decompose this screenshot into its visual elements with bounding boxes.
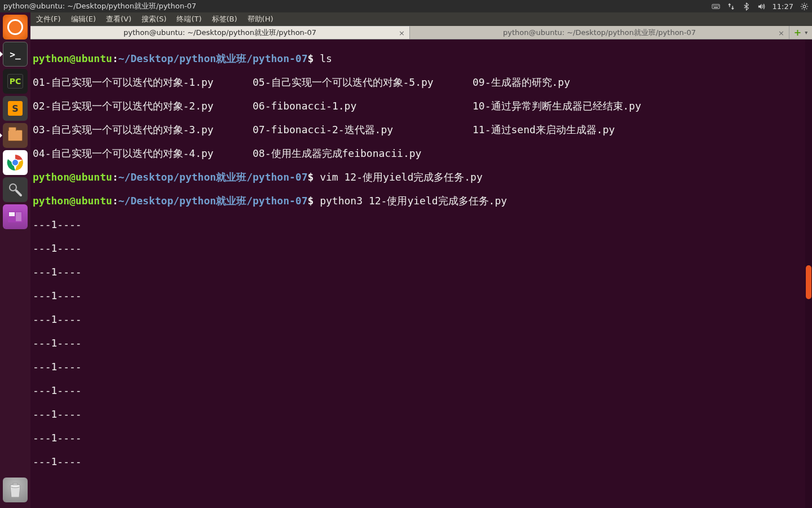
prompt-line-3: python@ubuntu:~/Desktop/python就业班/python… <box>33 195 810 207</box>
ls-r4c1: 04-自己实现一个可以迭代的对象-4.py <box>33 147 253 159</box>
ls-r3c2: 07-fibonacci-2-迭代器.py <box>253 124 473 135</box>
chrome-icon <box>7 154 24 171</box>
ls-row-2: 02-自己实现一个可以迭代的对象-2.py06-fibonacci-1.py10… <box>33 100 810 112</box>
ls-r1c1: 01-自己实现一个可以迭代的对象-1.py <box>33 76 253 88</box>
ls-r2c2: 06-fibonacci-1.py <box>253 100 473 112</box>
panel-icon <box>8 211 23 222</box>
terminal-menu-bar: 文件(F) 编辑(E) 查看(V) 搜索(S) 终端(T) 标签(B) 帮助(H… <box>30 12 812 26</box>
launcher-terminal[interactable]: >_ <box>3 42 28 67</box>
tab-menu-button[interactable]: ▾ <box>805 29 807 36</box>
tab-1[interactable]: python@ubuntu: ~/Desktop/python就业班/pytho… <box>30 26 410 39</box>
menu-terminal[interactable]: 终端(T) <box>174 13 204 25</box>
keyboard-icon[interactable] <box>712 2 720 11</box>
svg-line-13 <box>802 8 802 8</box>
wrench-gear-icon <box>7 182 23 198</box>
terminal-window: python@ubuntu: ~/Desktop/python就业班/pytho… <box>30 26 812 508</box>
svg-rect-5 <box>713 7 718 7</box>
launcher-pycharm[interactable]: PC <box>3 69 28 94</box>
menu-help[interactable]: 帮助(H) <box>245 13 276 25</box>
svg-point-6 <box>803 5 806 8</box>
svg-rect-24 <box>13 483 17 485</box>
svg-rect-21 <box>9 212 15 216</box>
svg-rect-1 <box>713 5 713 6</box>
scrollbar-thumb[interactable] <box>806 265 811 299</box>
out-8: ---1---- <box>33 384 810 396</box>
ls-row-3: 03-自己实现一个可以迭代的对象-3.py07-fibonacci-2-迭代器.… <box>33 124 810 135</box>
network-icon[interactable] <box>727 2 735 11</box>
prompt-path-ascii: ~/Desktop/python <box>118 52 216 64</box>
cmd-ls: ls <box>314 52 332 64</box>
tab-1-label: python@ubuntu: ~/Desktop/python就业班/pytho… <box>123 28 316 38</box>
launcher-settings[interactable] <box>3 177 28 202</box>
terminal-icon: >_ <box>10 49 20 60</box>
ls-row-1: 01-自己实现一个可以迭代的对象-1.py05-自己实现一个可以迭代的对象-5.… <box>33 76 810 88</box>
clock[interactable]: 11:27 <box>773 2 793 11</box>
ls-r3c3: 11-通过send来启动生成器.py <box>473 124 615 135</box>
menu-edit[interactable]: 编辑(E) <box>69 13 98 25</box>
window-title: python@ubuntu: ~/Desktop/python就业班/pytho… <box>3 1 196 11</box>
prompt-dollar: $ <box>308 52 314 64</box>
trash-wrap <box>3 478 28 502</box>
bluetooth-icon[interactable] <box>742 2 751 11</box>
ls-r1c3: 09-生成器的研究.py <box>473 76 570 88</box>
ls-r2c3: 10-通过异常判断生成器已经结束.py <box>473 100 641 112</box>
launcher-other[interactable] <box>3 204 28 229</box>
out-4: ---1---- <box>33 290 810 301</box>
terminal-body[interactable]: python@ubuntu:~/Desktop/python就业班/python… <box>30 40 812 508</box>
pycharm-icon: PC <box>7 74 24 89</box>
menu-view[interactable]: 查看(V) <box>104 13 134 25</box>
new-tab-button[interactable]: + <box>794 27 801 38</box>
svg-point-19 <box>12 186 14 189</box>
svg-rect-4 <box>718 5 718 6</box>
prompt-path-cjk: 就业班 <box>216 52 246 64</box>
trash-icon <box>8 481 23 498</box>
svg-line-14 <box>806 3 807 4</box>
launcher-sublime[interactable]: S <box>3 96 28 121</box>
prompt-user: python@ubuntu <box>33 52 112 64</box>
tab-2[interactable]: python@ubuntu: ~/Desktop/python就业班/pytho… <box>410 26 789 39</box>
svg-line-12 <box>806 8 807 8</box>
out-1: ---1---- <box>33 218 810 230</box>
svg-line-11 <box>802 3 802 4</box>
prompt-line-1: python@ubuntu:~/Desktop/python就业班/python… <box>33 52 810 64</box>
svg-rect-2 <box>714 5 715 6</box>
ls-r1c2: 05-自己实现一个可以迭代的对象-5.py <box>253 76 473 88</box>
svg-rect-3 <box>716 5 717 6</box>
tab-2-close-icon[interactable]: × <box>778 28 784 37</box>
prompt-path-tail: /python-07 <box>246 52 307 64</box>
ls-r4c2: 08-使用生成器完成feibonacii.py <box>253 147 473 159</box>
top-panel: python@ubuntu: ~/Desktop/python就业班/pytho… <box>0 0 812 12</box>
prompt-colon: : <box>112 52 118 64</box>
launcher-chrome[interactable] <box>3 150 28 175</box>
menu-file[interactable]: 文件(F) <box>34 13 63 25</box>
tab-2-label: python@ubuntu: ~/Desktop/python就业班/pytho… <box>503 28 696 38</box>
out-5: ---1---- <box>33 313 810 325</box>
launcher-trash[interactable] <box>3 478 28 502</box>
out-9: ---1---- <box>33 408 810 420</box>
out-6: ---1---- <box>33 337 810 349</box>
svg-rect-22 <box>16 212 21 221</box>
ls-r2c1: 02-自己实现一个可以迭代的对象-2.py <box>33 100 253 112</box>
tab-1-close-icon[interactable]: × <box>399 29 405 37</box>
sublime-icon: S <box>8 101 23 116</box>
launcher-files[interactable] <box>3 123 28 148</box>
gear-icon[interactable] <box>800 2 809 11</box>
menu-search[interactable]: 搜索(S) <box>139 13 169 25</box>
out-11: ---1---- <box>33 456 810 467</box>
out-7: ---1---- <box>33 361 810 373</box>
svg-point-17 <box>12 160 18 165</box>
ls-row-4: 04-自己实现一个可以迭代的对象-4.py08-使用生成器完成feibonaci… <box>33 147 810 159</box>
launcher-ubuntu[interactable] <box>3 15 28 40</box>
launcher: >_ PC S <box>0 12 30 508</box>
out-10: ---1---- <box>33 432 810 444</box>
terminal-scrollbar[interactable] <box>805 40 812 508</box>
tab-actions: + ▾ <box>789 26 812 39</box>
out-2: ---1---- <box>33 242 810 254</box>
prompt-line-2: python@ubuntu:~/Desktop/python就业班/python… <box>33 171 810 183</box>
system-tray: 11:27 <box>712 2 809 11</box>
tabstrip: python@ubuntu: ~/Desktop/python就业班/pytho… <box>30 26 812 40</box>
volume-icon[interactable] <box>757 2 766 11</box>
folder-icon <box>8 130 23 141</box>
menu-tabs[interactable]: 标签(B) <box>210 13 240 25</box>
ls-r3c1: 03-自己实现一个可以迭代的对象-3.py <box>33 124 253 135</box>
